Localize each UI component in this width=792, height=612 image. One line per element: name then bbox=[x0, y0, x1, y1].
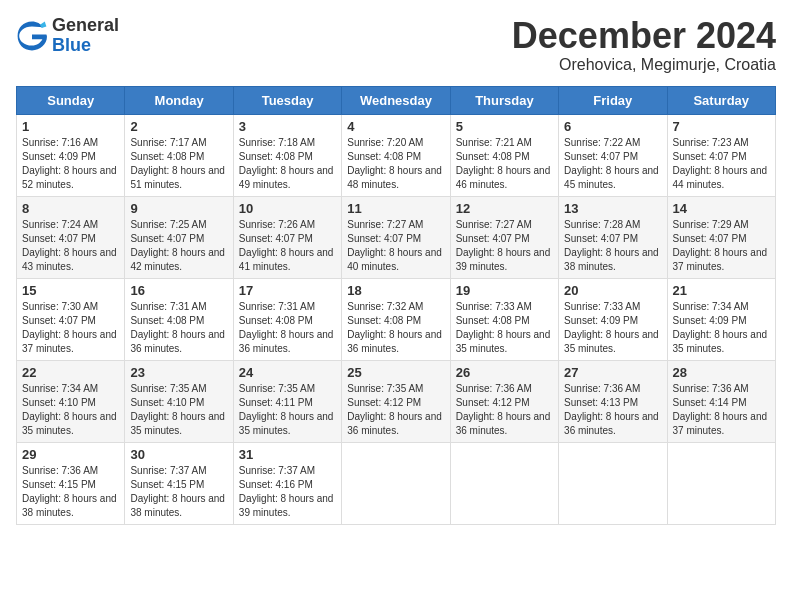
logo: General Blue bbox=[16, 16, 119, 56]
weekday-header-wednesday: Wednesday bbox=[342, 86, 450, 114]
day-info: Sunrise: 7:16 AMSunset: 4:09 PMDaylight:… bbox=[22, 137, 117, 190]
day-info: Sunrise: 7:22 AMSunset: 4:07 PMDaylight:… bbox=[564, 137, 659, 190]
calendar-day-5: 5 Sunrise: 7:21 AMSunset: 4:08 PMDayligh… bbox=[450, 114, 558, 196]
day-number: 22 bbox=[22, 365, 119, 380]
day-number: 21 bbox=[673, 283, 770, 298]
day-number: 2 bbox=[130, 119, 227, 134]
calendar-day-29: 29 Sunrise: 7:36 AMSunset: 4:15 PMDaylig… bbox=[17, 442, 125, 524]
day-number: 17 bbox=[239, 283, 336, 298]
day-info: Sunrise: 7:37 AMSunset: 4:16 PMDaylight:… bbox=[239, 465, 334, 518]
calendar-week-row-2: 8 Sunrise: 7:24 AMSunset: 4:07 PMDayligh… bbox=[17, 196, 776, 278]
calendar-day-8: 8 Sunrise: 7:24 AMSunset: 4:07 PMDayligh… bbox=[17, 196, 125, 278]
calendar-day-25: 25 Sunrise: 7:35 AMSunset: 4:12 PMDaylig… bbox=[342, 360, 450, 442]
calendar-day-13: 13 Sunrise: 7:28 AMSunset: 4:07 PMDaylig… bbox=[559, 196, 667, 278]
calendar-empty-cell bbox=[667, 442, 775, 524]
day-number: 18 bbox=[347, 283, 444, 298]
day-info: Sunrise: 7:28 AMSunset: 4:07 PMDaylight:… bbox=[564, 219, 659, 272]
day-info: Sunrise: 7:36 AMSunset: 4:12 PMDaylight:… bbox=[456, 383, 551, 436]
day-number: 11 bbox=[347, 201, 444, 216]
day-info: Sunrise: 7:29 AMSunset: 4:07 PMDaylight:… bbox=[673, 219, 768, 272]
calendar-empty-cell bbox=[342, 442, 450, 524]
calendar-day-28: 28 Sunrise: 7:36 AMSunset: 4:14 PMDaylig… bbox=[667, 360, 775, 442]
day-info: Sunrise: 7:33 AMSunset: 4:08 PMDaylight:… bbox=[456, 301, 551, 354]
weekday-header-row: SundayMondayTuesdayWednesdayThursdayFrid… bbox=[17, 86, 776, 114]
day-number: 20 bbox=[564, 283, 661, 298]
calendar-day-10: 10 Sunrise: 7:26 AMSunset: 4:07 PMDaylig… bbox=[233, 196, 341, 278]
calendar-week-row-1: 1 Sunrise: 7:16 AMSunset: 4:09 PMDayligh… bbox=[17, 114, 776, 196]
calendar-day-18: 18 Sunrise: 7:32 AMSunset: 4:08 PMDaylig… bbox=[342, 278, 450, 360]
day-info: Sunrise: 7:34 AMSunset: 4:10 PMDaylight:… bbox=[22, 383, 117, 436]
calendar-day-4: 4 Sunrise: 7:20 AMSunset: 4:08 PMDayligh… bbox=[342, 114, 450, 196]
day-number: 15 bbox=[22, 283, 119, 298]
weekday-header-monday: Monday bbox=[125, 86, 233, 114]
logo-icon bbox=[16, 20, 48, 52]
calendar-day-15: 15 Sunrise: 7:30 AMSunset: 4:07 PMDaylig… bbox=[17, 278, 125, 360]
day-info: Sunrise: 7:35 AMSunset: 4:12 PMDaylight:… bbox=[347, 383, 442, 436]
day-number: 28 bbox=[673, 365, 770, 380]
day-number: 9 bbox=[130, 201, 227, 216]
day-info: Sunrise: 7:24 AMSunset: 4:07 PMDaylight:… bbox=[22, 219, 117, 272]
day-number: 30 bbox=[130, 447, 227, 462]
weekday-header-saturday: Saturday bbox=[667, 86, 775, 114]
calendar-day-30: 30 Sunrise: 7:37 AMSunset: 4:15 PMDaylig… bbox=[125, 442, 233, 524]
day-number: 8 bbox=[22, 201, 119, 216]
calendar-week-row-4: 22 Sunrise: 7:34 AMSunset: 4:10 PMDaylig… bbox=[17, 360, 776, 442]
day-info: Sunrise: 7:18 AMSunset: 4:08 PMDaylight:… bbox=[239, 137, 334, 190]
day-number: 10 bbox=[239, 201, 336, 216]
calendar-day-2: 2 Sunrise: 7:17 AMSunset: 4:08 PMDayligh… bbox=[125, 114, 233, 196]
calendar-day-31: 31 Sunrise: 7:37 AMSunset: 4:16 PMDaylig… bbox=[233, 442, 341, 524]
calendar-week-row-5: 29 Sunrise: 7:36 AMSunset: 4:15 PMDaylig… bbox=[17, 442, 776, 524]
calendar-day-1: 1 Sunrise: 7:16 AMSunset: 4:09 PMDayligh… bbox=[17, 114, 125, 196]
day-number: 29 bbox=[22, 447, 119, 462]
calendar-day-3: 3 Sunrise: 7:18 AMSunset: 4:08 PMDayligh… bbox=[233, 114, 341, 196]
day-info: Sunrise: 7:36 AMSunset: 4:14 PMDaylight:… bbox=[673, 383, 768, 436]
day-info: Sunrise: 7:23 AMSunset: 4:07 PMDaylight:… bbox=[673, 137, 768, 190]
day-info: Sunrise: 7:21 AMSunset: 4:08 PMDaylight:… bbox=[456, 137, 551, 190]
day-info: Sunrise: 7:36 AMSunset: 4:13 PMDaylight:… bbox=[564, 383, 659, 436]
calendar-day-24: 24 Sunrise: 7:35 AMSunset: 4:11 PMDaylig… bbox=[233, 360, 341, 442]
calendar-day-19: 19 Sunrise: 7:33 AMSunset: 4:08 PMDaylig… bbox=[450, 278, 558, 360]
calendar-day-9: 9 Sunrise: 7:25 AMSunset: 4:07 PMDayligh… bbox=[125, 196, 233, 278]
day-number: 5 bbox=[456, 119, 553, 134]
day-info: Sunrise: 7:33 AMSunset: 4:09 PMDaylight:… bbox=[564, 301, 659, 354]
month-title: December 2024 bbox=[512, 16, 776, 56]
day-info: Sunrise: 7:35 AMSunset: 4:10 PMDaylight:… bbox=[130, 383, 225, 436]
day-number: 19 bbox=[456, 283, 553, 298]
calendar-week-row-3: 15 Sunrise: 7:30 AMSunset: 4:07 PMDaylig… bbox=[17, 278, 776, 360]
location: Orehovica, Megimurje, Croatia bbox=[512, 56, 776, 74]
day-number: 27 bbox=[564, 365, 661, 380]
day-number: 7 bbox=[673, 119, 770, 134]
day-number: 16 bbox=[130, 283, 227, 298]
calendar-day-16: 16 Sunrise: 7:31 AMSunset: 4:08 PMDaylig… bbox=[125, 278, 233, 360]
logo-general: General bbox=[52, 16, 119, 36]
day-info: Sunrise: 7:20 AMSunset: 4:08 PMDaylight:… bbox=[347, 137, 442, 190]
calendar-day-20: 20 Sunrise: 7:33 AMSunset: 4:09 PMDaylig… bbox=[559, 278, 667, 360]
day-info: Sunrise: 7:27 AMSunset: 4:07 PMDaylight:… bbox=[456, 219, 551, 272]
calendar-day-7: 7 Sunrise: 7:23 AMSunset: 4:07 PMDayligh… bbox=[667, 114, 775, 196]
logo-blue-text: Blue bbox=[52, 36, 119, 56]
day-info: Sunrise: 7:34 AMSunset: 4:09 PMDaylight:… bbox=[673, 301, 768, 354]
day-number: 6 bbox=[564, 119, 661, 134]
calendar-day-27: 27 Sunrise: 7:36 AMSunset: 4:13 PMDaylig… bbox=[559, 360, 667, 442]
weekday-header-sunday: Sunday bbox=[17, 86, 125, 114]
calendar-day-21: 21 Sunrise: 7:34 AMSunset: 4:09 PMDaylig… bbox=[667, 278, 775, 360]
weekday-header-tuesday: Tuesday bbox=[233, 86, 341, 114]
day-info: Sunrise: 7:26 AMSunset: 4:07 PMDaylight:… bbox=[239, 219, 334, 272]
calendar-day-11: 11 Sunrise: 7:27 AMSunset: 4:07 PMDaylig… bbox=[342, 196, 450, 278]
day-info: Sunrise: 7:25 AMSunset: 4:07 PMDaylight:… bbox=[130, 219, 225, 272]
day-info: Sunrise: 7:36 AMSunset: 4:15 PMDaylight:… bbox=[22, 465, 117, 518]
title-block: December 2024 Orehovica, Megimurje, Croa… bbox=[512, 16, 776, 74]
calendar-day-26: 26 Sunrise: 7:36 AMSunset: 4:12 PMDaylig… bbox=[450, 360, 558, 442]
day-number: 25 bbox=[347, 365, 444, 380]
day-info: Sunrise: 7:30 AMSunset: 4:07 PMDaylight:… bbox=[22, 301, 117, 354]
calendar-day-23: 23 Sunrise: 7:35 AMSunset: 4:10 PMDaylig… bbox=[125, 360, 233, 442]
day-info: Sunrise: 7:37 AMSunset: 4:15 PMDaylight:… bbox=[130, 465, 225, 518]
day-number: 13 bbox=[564, 201, 661, 216]
weekday-header-thursday: Thursday bbox=[450, 86, 558, 114]
weekday-header-friday: Friday bbox=[559, 86, 667, 114]
calendar-day-22: 22 Sunrise: 7:34 AMSunset: 4:10 PMDaylig… bbox=[17, 360, 125, 442]
day-info: Sunrise: 7:31 AMSunset: 4:08 PMDaylight:… bbox=[130, 301, 225, 354]
day-number: 3 bbox=[239, 119, 336, 134]
calendar-day-17: 17 Sunrise: 7:31 AMSunset: 4:08 PMDaylig… bbox=[233, 278, 341, 360]
day-number: 4 bbox=[347, 119, 444, 134]
